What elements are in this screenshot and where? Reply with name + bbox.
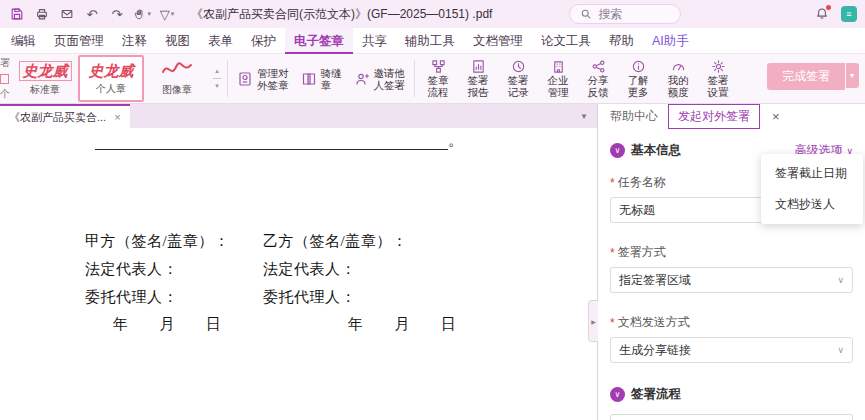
sign-record-label: 签署记录 [508, 75, 529, 98]
sign-settings-label: 签署设置 [708, 75, 729, 98]
report-icon [471, 59, 486, 74]
panel-close-icon[interactable]: × [772, 109, 780, 124]
stamp-list-scroller: ▴ ▾ [210, 55, 224, 102]
menu-edit[interactable]: 编辑 [2, 28, 45, 54]
send-method-select[interactable]: 生成分享链接 ∨ [610, 337, 853, 363]
titlebar: ↶ ↷ ▾ ▽ ▾ 《农副产品买卖合同(示范文本)》(GF—2025—0151)… [0, 0, 865, 28]
menu-help[interactable]: 帮助 [600, 28, 643, 54]
menu-paper-tools[interactable]: 论文工具 [532, 28, 600, 54]
document-tab-title: 《农副产品买卖合... [9, 110, 106, 125]
section-collapse-icon: ∨ [610, 143, 625, 158]
tab-external-sign[interactable]: 发起对外签署 [668, 104, 760, 129]
required-mark: * [610, 176, 615, 190]
tab-list-dropdown-icon[interactable]: ▼ [571, 112, 597, 121]
finish-sign-caret-icon[interactable]: ▾ [846, 63, 859, 88]
menu-accessibility[interactable]: 辅助工具 [396, 28, 464, 54]
finish-sign-button[interactable]: 完成签署 [767, 63, 845, 90]
share-feedback-label: 分享反馈 [588, 75, 609, 98]
add-person-button[interactable]: + 添加个人参与人 [610, 414, 853, 420]
invite-sign-button[interactable]: 邀请他人签署 [348, 55, 412, 102]
menu-comment[interactable]: 注释 [113, 28, 156, 54]
stamp-personal-label: 个人章 [96, 82, 126, 96]
panel-collapse-handle[interactable]: ▶ [588, 300, 598, 342]
party-a-date-label: 年 月 日 [113, 315, 222, 334]
manage-external-seal-button[interactable]: 管理对外签章 [231, 55, 295, 102]
ribbon-divider [414, 60, 415, 97]
main-area: 《农副产品买卖合... × ▼ 。 甲方（签名/盖章）： 乙方（签名/盖章）： … [0, 104, 865, 420]
sign-method-select[interactable]: 指定签署区域 ∨ [610, 267, 853, 293]
invite-sign-label: 邀请他人签署 [374, 67, 406, 91]
document-tab-close-icon[interactable]: × [114, 111, 120, 123]
notification-bell-icon[interactable] [813, 5, 831, 23]
chevron-down-icon: ∨ [837, 275, 844, 285]
stamp-scroll-down-icon[interactable]: ▾ [215, 82, 219, 90]
notification-dot [826, 5, 831, 10]
undo-icon[interactable]: ↶ [83, 5, 101, 23]
stamp-image[interactable]: 图像章 [144, 55, 210, 102]
section-collapse-icon: ∨ [610, 387, 625, 402]
sign-settings-button[interactable]: 签署设置 [698, 55, 738, 102]
tab-help-center[interactable]: 帮助中心 [610, 108, 658, 125]
my-quota-label: 我的额度 [668, 75, 689, 98]
menu-form[interactable]: 表单 [199, 28, 242, 54]
document-tab[interactable]: 《农副产品买卖合... × [0, 104, 130, 128]
search-input[interactable]: 搜索 [569, 4, 681, 24]
paging-seal-button[interactable]: 骑缝章 [295, 55, 348, 102]
search-placeholder: 搜索 [598, 6, 622, 23]
gear-icon [711, 59, 726, 74]
fill-in-line [95, 138, 448, 150]
sign-flow-section-header[interactable]: ∨ 签署流程 [610, 386, 853, 403]
hand-tool-icon[interactable]: ▾ [133, 5, 151, 23]
menu-page-manage[interactable]: 页面管理 [45, 28, 113, 54]
sign-report-label: 签署报告 [468, 75, 489, 98]
menubar: 编辑 页面管理 注释 视图 表单 保护 电子签章 共享 辅助工具 文档管理 论文… [0, 28, 865, 54]
save-icon[interactable] [8, 5, 26, 23]
menu-protect[interactable]: 保护 [242, 28, 285, 54]
menu-ai-assistant[interactable]: AI助手 [643, 28, 698, 54]
manage-seal-label: 管理对外签章 [257, 67, 289, 91]
ribbon-divider [227, 60, 228, 97]
menu-view[interactable]: 视图 [156, 28, 199, 54]
my-quota-button[interactable]: 我的额度 [658, 55, 698, 102]
menu-doc-manage[interactable]: 文档管理 [464, 28, 532, 54]
document-area: 《农副产品买卖合... × ▼ 。 甲方（签名/盖章）： 乙方（签名/盖章）： … [0, 104, 597, 420]
party-b-sign-label: 乙方（签名/盖章）： [263, 232, 407, 251]
clock-icon [511, 59, 526, 74]
sign-method-label: * 签署方式 [610, 244, 853, 261]
menu-item-sign-deadline[interactable]: 签署截止日期 [761, 158, 863, 189]
stamp-personal-signature: 史龙威 [89, 62, 134, 80]
stamp-image-label: 图像章 [162, 83, 192, 97]
stamp-personal[interactable]: 史龙威 个人章 [78, 55, 144, 102]
stamp-image-graphic-icon [160, 61, 194, 81]
org-manage-label: 企业管理 [548, 75, 569, 98]
party-b-agent-label: 委托代理人： [263, 288, 356, 307]
stamp-standard[interactable]: 史龙威 标准章 [12, 55, 78, 102]
print-icon[interactable] [33, 5, 51, 23]
sign-report-button[interactable]: 签署报告 [458, 55, 498, 102]
sign-method-value: 指定签署区域 [619, 272, 691, 289]
pdf-page[interactable]: 。 甲方（签名/盖章）： 乙方（签名/盖章）： 法定代表人： 法定代表人： 委托… [0, 128, 597, 420]
select-tool-icon[interactable]: ▽ ▾ [158, 5, 176, 23]
search-icon [580, 8, 592, 20]
share-icon [591, 59, 606, 74]
hand-tool-caret-icon: ▾ [147, 10, 151, 18]
contract-blank-line: 。 [95, 131, 463, 150]
advanced-options-menu: 签署截止日期 文档抄送人 [761, 154, 863, 224]
learn-more-button[interactable]: 了解更多 [618, 55, 658, 102]
esign-ribbon: 署 个 史龙威 标准章 史龙威 个人章 图像章 ▴ ▾ [0, 54, 865, 104]
mail-icon[interactable] [58, 5, 76, 23]
document-tabbar: 《农副产品买卖合... × ▼ [0, 104, 597, 128]
external-sign-panel: ▶ 帮助中心 发起对外签署 × 签署截止日期 文档抄送人 ∨ 基本信息 高级选项… [597, 104, 865, 420]
stamp-scroll-up-icon[interactable]: ▴ [215, 67, 219, 75]
redo-icon[interactable]: ↷ [108, 5, 126, 23]
sign-record-button[interactable]: 签署记录 [498, 55, 538, 102]
share-feedback-button[interactable]: 分享反馈 [578, 55, 618, 102]
menu-item-cc-recipients[interactable]: 文档抄送人 [761, 189, 863, 220]
menu-esign[interactable]: 电子签章 [285, 28, 353, 54]
account-avatar[interactable]: ≡ [841, 6, 857, 22]
paging-seal-icon [301, 71, 317, 87]
org-manage-button[interactable]: 企业管理 [538, 55, 578, 102]
paging-seal-label: 骑缝章 [321, 67, 342, 91]
menu-share[interactable]: 共享 [353, 28, 396, 54]
sign-flow-button[interactable]: 签章流程 [418, 55, 458, 102]
